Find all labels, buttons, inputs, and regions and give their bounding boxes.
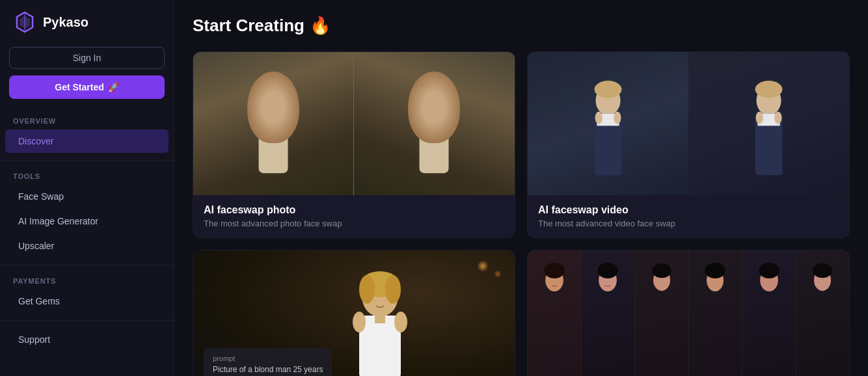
logo-text: Pykaso	[43, 15, 88, 30]
man-right	[688, 52, 849, 195]
svg-point-22	[614, 112, 621, 124]
sign-in-button[interactable]: Sign In	[9, 47, 165, 69]
svg-point-18	[595, 81, 622, 98]
svg-point-48	[652, 263, 671, 278]
bokeh-light-2	[494, 270, 502, 278]
divider-1	[0, 160, 174, 161]
prompt-label: prompt	[213, 355, 323, 362]
woman-right	[354, 52, 515, 195]
sidebar-item-upscaler[interactable]: Upscaler	[5, 234, 169, 258]
card-desc-faceswap-video: The most advanced video face swap	[538, 219, 839, 228]
face-item-2	[582, 250, 636, 376]
svg-point-32	[385, 275, 401, 304]
svg-point-36	[394, 312, 407, 332]
face-svg-5	[752, 257, 786, 309]
face-svg-3	[645, 257, 679, 309]
svg-point-35	[353, 312, 366, 332]
face-item-4	[689, 250, 743, 376]
svg-point-27	[774, 112, 781, 124]
card-image-faces-strip	[528, 250, 849, 376]
face-svg-4	[698, 257, 732, 309]
payments-section-label: PAYMENTS	[0, 272, 174, 289]
card-faces-strip[interactable]: Face Collection Browse and manage face c…	[527, 250, 850, 376]
sidebar-item-get-gems[interactable]: Get Gems	[5, 289, 169, 313]
main-content: Start Creating 🔥	[174, 0, 868, 376]
face-item-6	[796, 250, 850, 376]
prompt-text: Picture of a blond man 25 years	[213, 365, 323, 374]
svg-point-60	[813, 263, 832, 278]
svg-point-52	[705, 263, 726, 278]
svg-point-11	[420, 87, 448, 107]
svg-rect-5	[259, 120, 288, 173]
svg-point-31	[359, 275, 375, 304]
man-right-figure	[738, 62, 800, 195]
card-title-faceswap-video: AI faceswap video	[538, 204, 839, 216]
face-item-3	[635, 250, 689, 376]
svg-point-56	[759, 263, 779, 278]
divider-3	[0, 320, 174, 321]
sidebar-item-support[interactable]: Support	[5, 328, 169, 351]
svg-point-4	[259, 87, 287, 107]
svg-point-7	[276, 114, 285, 129]
faceswap-video-preview	[528, 52, 849, 195]
man-left-figure	[577, 62, 639, 195]
svg-point-14	[423, 114, 432, 129]
sidebar-item-face-swap[interactable]: Face Swap	[5, 185, 169, 208]
woman-left	[193, 52, 354, 195]
svg-point-44	[598, 263, 618, 278]
tools-section-label: TOOLS	[0, 167, 174, 184]
woman-left-figure	[244, 72, 303, 195]
logo-container: Pykaso	[0, 10, 174, 47]
sidebar-item-ai-image-generator[interactable]: AI Image Generator	[5, 209, 169, 233]
sidebar-item-discover[interactable]: Discover	[5, 129, 169, 153]
svg-point-10	[422, 92, 448, 122]
card-title-faceswap-photo: AI faceswap photo	[204, 204, 504, 216]
card-faceswap-video[interactable]: AI faceswap video The most advanced vide…	[527, 51, 850, 238]
page-title: Start Creating 🔥	[193, 16, 850, 36]
card-image-ai-gen: prompt Picture of a blond man 25 years	[193, 250, 515, 376]
cards-grid: AI faceswap photo The most advanced phot…	[193, 51, 850, 376]
card-body-faceswap-video: AI faceswap video The most advanced vide…	[528, 195, 849, 237]
woman-right-figure	[405, 72, 464, 195]
faceswap-photo-preview	[193, 52, 515, 195]
card-faceswap-photo[interactable]: AI faceswap photo The most advanced phot…	[193, 51, 515, 238]
svg-point-40	[544, 263, 564, 278]
pykaso-logo-icon	[13, 10, 36, 34]
card-ai-image-gen[interactable]: prompt Picture of a blond man 25 years A…	[193, 250, 515, 376]
card-image-faceswap-photo	[193, 52, 515, 195]
svg-point-3	[260, 92, 286, 122]
svg-point-24	[755, 81, 783, 98]
prompt-overlay: prompt Picture of a blond man 25 years	[204, 348, 332, 376]
card-desc-faceswap-photo: The most advanced photo face swap	[204, 219, 504, 228]
divider-2	[0, 265, 174, 265]
overview-section-label: OVERVIEW	[0, 112, 174, 129]
faces-strip-preview	[528, 250, 849, 376]
svg-rect-34	[375, 314, 385, 323]
face-svg-1	[537, 257, 571, 309]
ai-gen-preview: prompt Picture of a blond man 25 years	[193, 250, 515, 376]
svg-point-13	[437, 114, 446, 129]
svg-rect-12	[420, 120, 449, 173]
svg-point-21	[595, 112, 603, 124]
card-image-faceswap-video	[528, 52, 849, 195]
face-item-5	[742, 250, 796, 376]
face-svg-2	[591, 257, 625, 309]
bokeh-light-1	[477, 260, 489, 272]
face-svg-6	[806, 257, 839, 309]
card-body-faceswap-photo: AI faceswap photo The most advanced phot…	[193, 195, 515, 237]
blond-man-figure	[315, 250, 445, 376]
man-left	[528, 52, 688, 195]
svg-point-6	[262, 114, 271, 129]
face-item-1	[528, 250, 582, 376]
svg-point-28	[756, 112, 763, 124]
get-started-button[interactable]: Get Started 🚀	[9, 75, 165, 99]
sidebar: Pykaso Sign In Get Started 🚀 OVERVIEW Di…	[0, 0, 174, 376]
